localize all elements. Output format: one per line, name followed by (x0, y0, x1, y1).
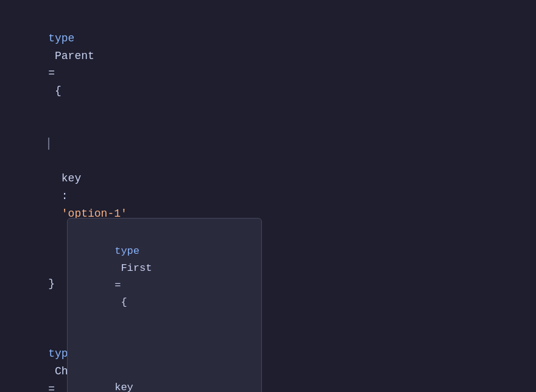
tooltip-line: key : 'option-2' ; (77, 328, 252, 392)
code-line: type Parent = { (22, 12, 514, 117)
code-editor: type Parent = { key : 'option-1' } type … (0, 0, 536, 392)
keyword-type: type (48, 32, 74, 44)
type-tooltip: type First = { key : 'option-2' ; parent… (67, 218, 262, 392)
tooltip-line: type First = { (77, 226, 252, 328)
